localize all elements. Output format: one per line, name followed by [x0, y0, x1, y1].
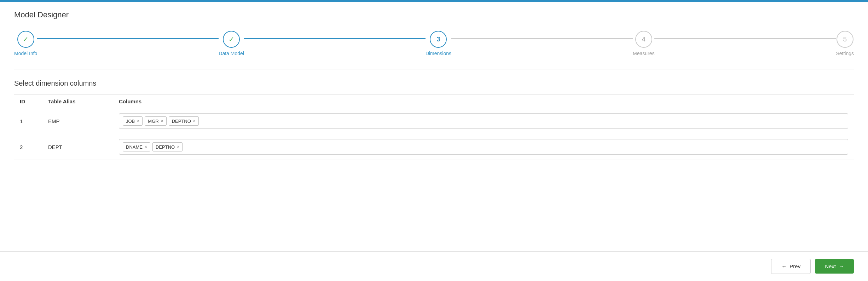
- row-1-alias: DEPT: [42, 134, 113, 160]
- tag-0-0: JOB×: [123, 116, 143, 126]
- page-title: Model Designer: [14, 10, 854, 19]
- dimensions-table: ID Table Alias Columns 1EMPJOB×MGR×DEPTN…: [14, 94, 854, 160]
- tag-0-2: DEPTNO×: [169, 116, 199, 126]
- step-5-circle: 5: [837, 31, 853, 48]
- step-5-label: Settings: [836, 51, 854, 56]
- step-4-number: 4: [642, 36, 646, 43]
- step-2-circle: ✓: [223, 31, 240, 48]
- stepper: ✓ Model Info ✓ Data Model 3 Dimensions 4…: [14, 31, 854, 56]
- row-0-tag-input-area[interactable]: JOB×MGR×DEPTNO×: [119, 113, 848, 129]
- tag-label: DEPTNO: [156, 144, 175, 150]
- step-1: ✓ Model Info: [14, 31, 37, 56]
- tag-label: MGR: [148, 119, 158, 124]
- prev-button[interactable]: ← Prev: [771, 259, 811, 274]
- step-3: 3 Dimensions: [426, 31, 451, 56]
- tag-remove-icon[interactable]: ×: [137, 119, 139, 123]
- step-3-circle: 3: [430, 31, 447, 48]
- step-2-label: Data Model: [219, 51, 244, 56]
- connector-1-2: [37, 38, 219, 39]
- step-4-circle: 4: [635, 31, 652, 48]
- next-arrow-icon: →: [839, 263, 844, 269]
- tag-remove-icon[interactable]: ×: [177, 145, 179, 149]
- step-4-label: Measures: [633, 51, 654, 56]
- step-1-label: Model Info: [14, 51, 37, 56]
- table-row: 2DEPTDNAME×DEPTNO×: [14, 134, 854, 160]
- step-1-circle: ✓: [17, 31, 34, 48]
- tag-remove-icon[interactable]: ×: [193, 119, 196, 123]
- step-3-label: Dimensions: [426, 51, 451, 56]
- step-5-number: 5: [843, 36, 847, 43]
- prev-arrow-icon: ←: [781, 263, 787, 269]
- connector-2-3: [244, 38, 426, 39]
- checkmark-icon-2: ✓: [228, 35, 235, 44]
- footer: ← Prev Next →: [0, 251, 868, 281]
- connector-4-5: [654, 38, 836, 39]
- tag-label: DEPTNO: [172, 119, 191, 124]
- col-header-alias: Table Alias: [42, 95, 113, 108]
- tag-remove-icon[interactable]: ×: [145, 145, 147, 149]
- table-row: 1EMPJOB×MGR×DEPTNO×: [14, 108, 854, 134]
- section-title: Select dimension columns: [14, 79, 854, 87]
- page-content: Model Designer ✓ Model Info ✓ Data Model…: [0, 2, 868, 168]
- section-divider: [14, 69, 854, 69]
- row-0-alias: EMP: [42, 108, 113, 134]
- tag-label: DNAME: [126, 144, 143, 150]
- col-header-columns: Columns: [113, 95, 854, 108]
- checkmark-icon: ✓: [23, 35, 29, 44]
- row-0-columns[interactable]: JOB×MGR×DEPTNO×: [113, 108, 854, 134]
- connector-3-4: [451, 38, 633, 39]
- step-2: ✓ Data Model: [219, 31, 244, 56]
- step-3-number: 3: [436, 36, 440, 43]
- next-label: Next: [825, 263, 836, 269]
- table-header-row: ID Table Alias Columns: [14, 95, 854, 108]
- col-header-id: ID: [14, 95, 42, 108]
- tag-0-1: MGR×: [145, 116, 166, 126]
- prev-label: Prev: [789, 263, 800, 269]
- tag-remove-icon[interactable]: ×: [161, 119, 163, 123]
- row-1-id: 2: [14, 134, 42, 160]
- tag-label: JOB: [126, 119, 135, 124]
- tag-1-1: DEPTNO×: [152, 142, 183, 151]
- step-5: 5 Settings: [836, 31, 854, 56]
- step-4: 4 Measures: [633, 31, 654, 56]
- row-1-tag-input-area[interactable]: DNAME×DEPTNO×: [119, 139, 848, 155]
- tag-1-0: DNAME×: [123, 142, 150, 151]
- next-button[interactable]: Next →: [815, 259, 854, 274]
- row-1-columns[interactable]: DNAME×DEPTNO×: [113, 134, 854, 160]
- row-0-id: 1: [14, 108, 42, 134]
